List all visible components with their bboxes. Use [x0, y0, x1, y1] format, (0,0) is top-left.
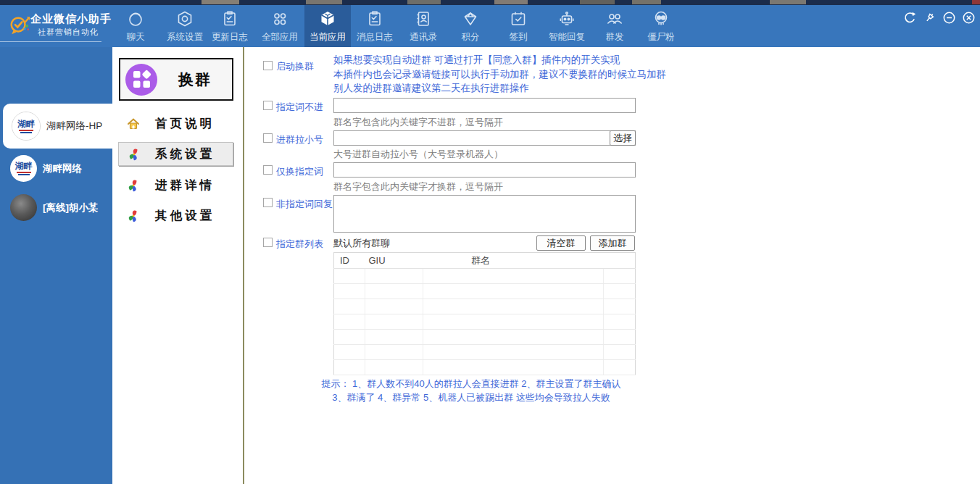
topnav-item-smart-reply[interactable]: 智能回复: [544, 5, 590, 47]
table-cell: [423, 269, 603, 284]
menu-item-other-settings[interactable]: 其他设置: [118, 204, 233, 228]
topnav-item-system-settings[interactable]: 系统设置: [162, 5, 208, 47]
only-words-checkbox[interactable]: [263, 165, 273, 175]
non-word-reply-checkbox[interactable]: [263, 198, 273, 207]
topnav-item-chat[interactable]: 聊天: [112, 5, 159, 47]
background-fragment: [306, 0, 342, 4]
group-table: ID GIU 群名: [333, 252, 636, 375]
note-line: 本插件内也会记录邀请链接可以执行手动加群，建议不要换群的时候立马加群: [333, 67, 666, 82]
note-line: 别人发的进群邀请建议第二天在执行进群操作: [333, 81, 666, 96]
topnav-item-checkin[interactable]: 签到: [495, 5, 541, 47]
background-fragment: [770, 0, 806, 4]
account-item-selected[interactable]: 湖畔 湖畔网络-HP: [3, 104, 112, 149]
menu-item-home-guide[interactable]: 首页说明: [118, 112, 233, 135]
group-list-checkbox[interactable]: [263, 238, 273, 247]
checkin-calendar-icon: [509, 9, 528, 28]
only-words-input[interactable]: [333, 162, 636, 178]
topnav-item-changelog[interactable]: 更新日志: [207, 5, 253, 47]
plugin-header: 换群: [119, 58, 233, 101]
message-log-icon: [365, 9, 384, 28]
table-cell: [334, 330, 365, 345]
tips-line: 3、群满了 4、群异常 5、机器人已被踢出群 这些均会导致拉人失败: [308, 391, 634, 404]
table-cell: [604, 284, 636, 299]
table-row[interactable]: [334, 269, 636, 284]
only-words-hint: 群名字包含此内关键字才换群，逗号隔开: [333, 180, 503, 193]
table-cell: [334, 299, 365, 314]
table-cell: [604, 314, 636, 330]
menu-item-system-settings[interactable]: 系统设置: [118, 142, 233, 166]
non-word-reply-textarea[interactable]: [333, 195, 636, 233]
select-button[interactable]: 选择: [610, 130, 636, 146]
points-diamond-icon: [461, 9, 480, 28]
auto-switch-notes: 如果想要实现自动进群 可通过打开【同意入群】插件内的开关实现 本插件内也会记录邀…: [333, 53, 666, 96]
column-header-extra: [604, 253, 636, 269]
topnav-item-points[interactable]: 积分: [447, 5, 494, 47]
pin-icon[interactable]: [923, 11, 937, 25]
table-cell: [604, 330, 636, 345]
account-item-offline[interactable]: [离线]胡小某: [0, 193, 112, 222]
zombie-fans-skull-icon: [652, 9, 670, 28]
brand-underline: [0, 41, 101, 42]
changelog-icon: [220, 9, 239, 28]
table-row[interactable]: [334, 284, 636, 299]
account-name: 湖畔网络-HP: [46, 120, 102, 133]
topnav-item-broadcast[interactable]: 群发: [591, 5, 638, 47]
account-avatar: [10, 194, 37, 221]
pull-alt-checkbox[interactable]: [263, 133, 273, 143]
table-row[interactable]: [334, 330, 636, 345]
table-row[interactable]: [334, 299, 636, 314]
refresh-icon[interactable]: [903, 11, 917, 25]
auto-switch-checkbox[interactable]: [263, 61, 273, 70]
table-row[interactable]: [334, 314, 636, 330]
table-cell: [423, 284, 603, 299]
table-cell: [365, 299, 423, 314]
topnav-item-current-app[interactable]: 当前应用: [304, 5, 351, 47]
top-navigation-bar: 企业微信小助手 社群营销自动化 聊天 系统设置 更新日志: [0, 5, 980, 47]
background-fragment: [202, 0, 239, 4]
menu-item-join-details[interactable]: 进群详情: [118, 173, 233, 197]
table-row[interactable]: [334, 360, 636, 375]
pinwheel-icon: [126, 209, 141, 223]
table-cell: [334, 269, 365, 284]
background-fragment: [632, 0, 661, 4]
background-fragment: [972, 0, 980, 4]
account-item[interactable]: 湖畔 湖畔网络: [0, 154, 112, 183]
group-list-note: 默认所有群聊: [333, 237, 390, 250]
account-avatar: 湖畔: [10, 155, 37, 182]
app-subtitle: 社群营销自动化: [38, 27, 99, 38]
pull-alt-label: 进群拉小号: [276, 133, 323, 146]
exclude-words-input[interactable]: [333, 98, 636, 113]
exclude-words-checkbox[interactable]: [263, 101, 273, 110]
topnav-item-all-apps[interactable]: 全部应用: [257, 5, 303, 47]
tips-line: 提示： 1、群人数不到40人的群拉人会直接进群 2、群主设置了群主确认: [308, 377, 634, 391]
note-line: 如果想要实现自动进群 可通过打开【同意入群】插件内的开关实现: [333, 53, 666, 67]
add-group-button[interactable]: 添加群: [590, 235, 635, 251]
hexagon-settings-icon: [175, 9, 194, 28]
pull-alt-input[interactable]: [333, 130, 636, 146]
window-controls: [903, 7, 976, 28]
app-brand: 企业微信小助手 社群营销自动化: [0, 5, 112, 47]
account-sidebar: 湖畔 湖畔网络-HP 湖畔 湖畔网络 [离线]胡小某: [0, 47, 112, 484]
table-row[interactable]: [334, 345, 636, 360]
table-cell: [604, 269, 636, 284]
clear-groups-button[interactable]: 清空群: [536, 235, 586, 251]
plugin-title: 换群: [158, 70, 232, 90]
table-cell: [365, 284, 423, 299]
close-icon[interactable]: [962, 11, 976, 25]
table-cell: [423, 330, 603, 345]
column-header-id: ID: [334, 253, 365, 269]
only-words-label: 仅换指定词: [276, 165, 323, 178]
group-table-body: [334, 269, 636, 375]
topnav-item-message-log[interactable]: 消息日志: [352, 5, 398, 47]
table-cell: [604, 345, 636, 360]
topnav-item-contacts[interactable]: 通讯录: [400, 5, 447, 47]
table-header-row: ID GIU 群名: [334, 253, 636, 269]
table-cell: [365, 360, 423, 375]
pull-alt-hint: 大号进群自动拉小号（大号登录机器人）: [333, 148, 503, 161]
column-header-groupname: 群名: [423, 253, 603, 269]
minimize-icon[interactable]: [942, 11, 956, 25]
topnav-item-zombie-fans[interactable]: 僵尸粉: [638, 5, 684, 47]
home-icon: [126, 117, 141, 131]
plugin-grid-icon: [125, 63, 158, 96]
table-cell: [365, 345, 423, 360]
